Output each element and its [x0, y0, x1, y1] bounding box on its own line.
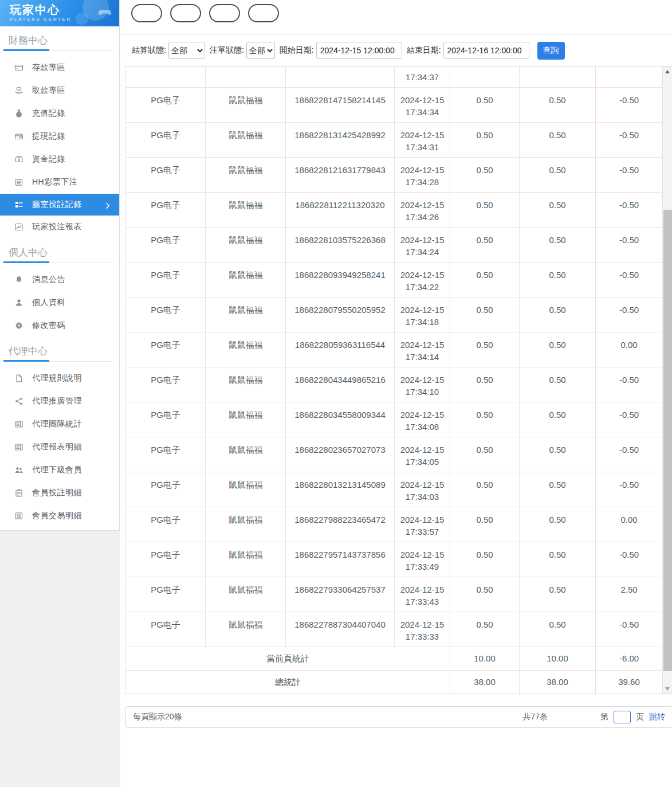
cell-result: -0.50: [596, 402, 663, 437]
jump-button[interactable]: 跳转: [649, 712, 665, 722]
table-row: PG电子 鼠鼠福福 1868228131425428992 2024-12-15…: [125, 123, 663, 158]
sidebar-item-password-gear[interactable]: 修改密碼: [0, 314, 119, 337]
cell-result: -0.50: [596, 612, 663, 647]
game-category-tab[interactable]: [209, 4, 240, 22]
order-status-label: 注單狀態:: [210, 45, 244, 56]
sidebar-item-funds-record[interactable]: 資金記錄: [0, 148, 119, 171]
cell-provider: PG电子: [125, 297, 206, 332]
gamepad-icon: [96, 3, 113, 23]
sidebar-section: 個人中心 消息公告 個人資料 修改密碼: [0, 246, 119, 337]
scroll-down-arrow-icon[interactable]: [663, 684, 672, 694]
cell-order: 1868228121631779843: [286, 158, 395, 193]
settle-status-label: 結算狀態:: [132, 45, 166, 56]
cell-order: 1868227957143737856: [286, 542, 395, 577]
sidebar-section-title: 個人中心: [3, 246, 113, 263]
jump-page-input[interactable]: [614, 711, 631, 723]
order-status-select[interactable]: 全部: [246, 42, 275, 59]
sidebar-item-withdraw-hand[interactable]: 取款專區: [0, 79, 119, 102]
cell-bet: 0.50: [450, 228, 520, 263]
pagination-controls: 共77条 第 页 跳转: [522, 711, 672, 723]
sidebar-sections: 財務中心 存款專區 取款專區 充值記錄 提現記錄 資金記錄: [0, 34, 119, 527]
cell-time: 2024-12-15 17:34:22: [395, 263, 450, 297]
summary-label: 總統計: [125, 671, 450, 695]
cell-order: 1868227988223465472: [286, 507, 395, 542]
cell-provider: PG电子: [125, 472, 206, 507]
cell-result: 0.00: [596, 332, 663, 367]
sidebar-item-notice-bell[interactable]: 消息公告: [0, 268, 119, 291]
sidebar-item-deposit-card[interactable]: 存款專區: [0, 56, 119, 79]
table-body: 17:34:37 PG电子 鼠鼠福福 1868228147158214145 2…: [125, 66, 663, 695]
table-row: PG电子 鼠鼠福福 1868228147158214145 2024-12-15…: [125, 88, 663, 123]
search-button[interactable]: 查詢: [537, 42, 565, 60]
settle-status-select[interactable]: 全部: [168, 42, 205, 59]
cell-result: -0.50: [596, 228, 663, 263]
total-count-text: 共77条: [522, 712, 548, 722]
sidebar-item-agent-promo-share[interactable]: 代理推廣管理: [0, 390, 119, 413]
cell-valid: 0.50: [520, 472, 596, 507]
logo-bubble: [76, 13, 88, 25]
game-category-tab[interactable]: [248, 4, 279, 22]
cell-valid: 0.50: [520, 297, 596, 332]
summary-result: 39.60: [596, 671, 663, 695]
cell-bet: 0.50: [450, 88, 520, 123]
cell-bet: 0.50: [450, 437, 520, 472]
cell-result: -0.50: [596, 297, 663, 332]
scroll-up-arrow-icon[interactable]: [663, 66, 672, 76]
cell-player: 鼠鼠福福: [206, 542, 286, 577]
cell-provider: PG电子: [125, 158, 206, 193]
table-row: PG电子 鼠鼠福福 1868228043449865216 2024-12-15…: [125, 367, 663, 402]
table-scrollbar[interactable]: [663, 66, 672, 694]
cell-bet: 0.50: [450, 367, 520, 402]
cell-time: 2024-12-15 17:34:18: [395, 297, 450, 332]
sidebar-item-recharge-bag[interactable]: 充值記錄: [0, 102, 119, 125]
cell-player: 鼠鼠福福: [206, 332, 286, 367]
cell-result: -0.50: [596, 437, 663, 472]
game-category-tab[interactable]: [170, 4, 201, 22]
cell-bet: 0.50: [450, 612, 520, 647]
agent-rules-doc-icon: [14, 374, 23, 383]
jump-suffix-label: 页: [636, 712, 644, 722]
summary-bet: 38.00: [450, 671, 520, 695]
sidebar-item-lottery-bet[interactable]: HH彩票下注: [0, 171, 119, 194]
summary-valid: 38.00: [520, 671, 596, 695]
cell-order: 1868228079550205952: [286, 297, 395, 332]
sidebar-item-agent-rules-doc[interactable]: 代理規則說明: [0, 367, 119, 390]
cell-order: 1868227887304407040: [286, 612, 395, 647]
profile-person-icon: [14, 298, 23, 307]
sidebar-item-room-bet-record[interactable]: 廳室投註記錄: [0, 194, 119, 216]
end-date-input[interactable]: [443, 42, 529, 59]
game-category-tab[interactable]: [131, 4, 162, 22]
cell-valid: [520, 66, 596, 88]
sidebar-item-agent-team-stats[interactable]: 代理團隊統計: [0, 413, 119, 436]
cell-player: 鼠鼠福福: [206, 193, 286, 228]
cell-result: 0.00: [596, 507, 663, 542]
scrollbar-thumb[interactable]: [663, 210, 672, 671]
table-row: PG电子 鼠鼠福福 1868227933064257537 2024-12-15…: [125, 577, 663, 612]
cell-provider: PG电子: [125, 332, 206, 367]
sidebar-item-agent-report-detail[interactable]: 代理報表明細: [0, 436, 119, 459]
cell-order: [286, 66, 395, 88]
cell-player: 鼠鼠福福: [206, 297, 286, 332]
cell-order: 1868228112211320320: [286, 193, 395, 228]
cell-player: 鼠鼠福福: [206, 263, 286, 297]
cell-provider: PG电子: [125, 263, 206, 297]
sidebar-item-member-transaction[interactable]: 會員交易明細: [0, 504, 119, 527]
start-date-label: 開始日期:: [280, 45, 314, 56]
cell-bet: 0.50: [450, 332, 520, 367]
start-date-input[interactable]: [316, 42, 402, 59]
notice-bell-icon: [14, 275, 23, 284]
table-row: PG电子 鼠鼠福福 1868228059363116544 2024-12-15…: [125, 332, 663, 367]
cell-player: 鼠鼠福福: [206, 402, 286, 437]
cell-result: -0.50: [596, 88, 663, 123]
cell-bet: 0.50: [450, 297, 520, 332]
cell-valid: 0.50: [520, 228, 596, 263]
table-row: PG电子 鼠鼠福福 1868228023657027073 2024-12-15…: [125, 437, 663, 472]
sidebar-item-withdrawal-wallet[interactable]: 提現記錄: [0, 125, 119, 148]
cell-player: 鼠鼠福福: [206, 437, 286, 472]
sidebar-item-agent-members[interactable]: 代理下級會員: [0, 459, 119, 481]
sidebar-item-player-report[interactable]: 玩家投注報表: [0, 216, 119, 238]
cell-valid: 0.50: [520, 542, 596, 577]
cell-time: 2024-12-15 17:34:08: [395, 402, 450, 437]
sidebar-item-member-bet-detail[interactable]: 會員投註明細: [0, 481, 119, 504]
sidebar-item-profile-person[interactable]: 個人資料: [0, 291, 119, 314]
